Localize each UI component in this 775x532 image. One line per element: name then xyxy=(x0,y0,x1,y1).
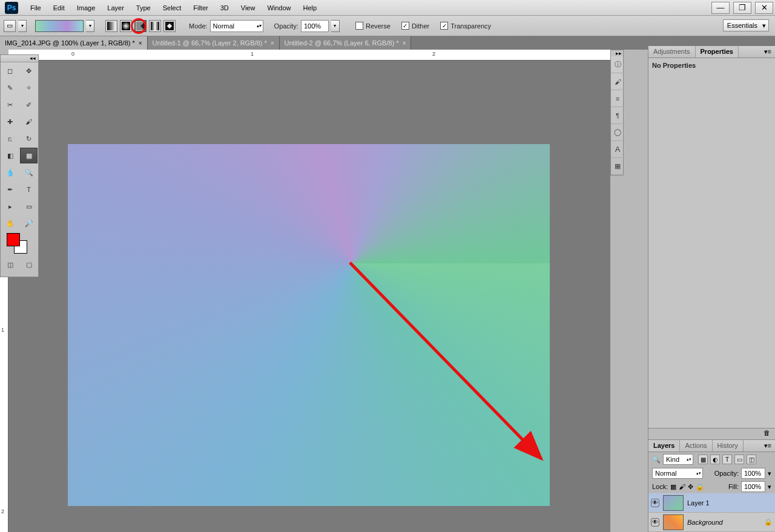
trash-icon[interactable]: 🗑 xyxy=(763,429,770,436)
menu-image[interactable]: Image xyxy=(71,0,102,16)
panel-menu-icon[interactable]: ▾≡ xyxy=(760,46,775,57)
path-select-tool-icon[interactable]: ▸ xyxy=(1,199,19,214)
move-tool-icon[interactable]: ✥ xyxy=(20,63,38,79)
pen-tool-icon[interactable]: ✒ xyxy=(1,182,19,197)
gradient-tool-icon[interactable]: ▦ xyxy=(20,148,38,163)
foreground-color-swatch[interactable] xyxy=(7,233,20,246)
history-brush-tool-icon[interactable]: ↻ xyxy=(20,131,38,146)
close-button[interactable]: ✕ xyxy=(755,2,773,14)
canvas-area[interactable] xyxy=(8,61,610,532)
actions-tab[interactable]: Actions xyxy=(680,440,712,452)
lock-paint-icon[interactable]: 🖌 xyxy=(679,483,685,490)
paragraph-panel-icon[interactable]: ¶ xyxy=(611,107,624,124)
gradient-radial-icon[interactable] xyxy=(120,20,132,32)
layers-tab[interactable]: Layers xyxy=(648,440,680,452)
brush-tool-icon[interactable]: 🖌 xyxy=(20,114,38,130)
opacity-dropdown-icon[interactable]: ▾ xyxy=(768,470,771,478)
menu-help[interactable]: Help xyxy=(297,0,323,16)
blur-tool-icon[interactable]: 💧 xyxy=(1,165,19,180)
magic-wand-tool-icon[interactable]: ✧ xyxy=(20,80,38,96)
properties-tab[interactable]: Properties xyxy=(696,46,739,57)
styles-panel-icon[interactable]: ▦ xyxy=(611,158,624,175)
document-tab[interactable]: IMG_2014.JPG @ 100% (Layer 1, RGB/8) *× xyxy=(0,36,148,50)
workspace-select[interactable]: Essentials▾ xyxy=(723,19,769,31)
stamp-tool-icon[interactable]: ⎌ xyxy=(1,131,19,146)
lock-trans-icon[interactable]: ▩ xyxy=(670,483,676,491)
layer-name[interactable]: Layer 1 xyxy=(687,499,710,507)
gradient-reflected-icon[interactable] xyxy=(149,20,161,32)
tool-preset-dropdown[interactable]: ▾ xyxy=(18,20,27,32)
visibility-icon[interactable]: 👁 xyxy=(651,499,659,507)
lock-all-icon[interactable]: 🔒 xyxy=(696,483,704,491)
zoom-tool-icon[interactable]: 🔎 xyxy=(20,215,38,231)
screenmode-icon[interactable]: ▢ xyxy=(20,257,38,272)
minimize-button[interactable]: — xyxy=(711,2,730,14)
filter-type-icon[interactable]: T xyxy=(722,455,732,464)
brush-presets-icon[interactable]: ≡ xyxy=(611,90,624,107)
filter-smart-icon[interactable]: ◫ xyxy=(747,455,756,464)
transparency-checkbox[interactable]: ✓ xyxy=(440,22,448,30)
hand-tool-icon[interactable]: ✋ xyxy=(1,215,19,231)
visibility-icon[interactable]: 👁 xyxy=(651,518,659,527)
menu-view[interactable]: View xyxy=(235,0,262,16)
filter-adjust-icon[interactable]: ◐ xyxy=(710,455,720,464)
menu-select[interactable]: Select xyxy=(157,0,188,16)
lock-move-icon[interactable]: ✥ xyxy=(688,483,693,491)
gradient-dropdown[interactable]: ▾ xyxy=(86,20,94,32)
eyedropper-tool-icon[interactable]: ✐ xyxy=(20,97,38,113)
reverse-checkbox[interactable] xyxy=(355,22,363,30)
filter-shape-icon[interactable]: ▭ xyxy=(734,455,744,464)
filter-kind-select[interactable]: Kind▴▾ xyxy=(663,454,693,465)
menu-layer[interactable]: Layer xyxy=(101,0,130,16)
menu-edit[interactable]: Edit xyxy=(47,0,71,16)
shape-tool-icon[interactable]: ▭ xyxy=(20,199,38,214)
panel-menu-icon[interactable]: ▾≡ xyxy=(760,440,775,452)
tool-preset-icon[interactable]: ▭ xyxy=(4,20,16,32)
healing-tool-icon[interactable]: ✚ xyxy=(1,114,19,130)
lasso-tool-icon[interactable]: ✎ xyxy=(1,80,19,96)
character-panel-icon[interactable]: A xyxy=(611,141,624,158)
document-tab[interactable]: Untitled-2 @ 66,7% (Layer 6, RGB/8) *× xyxy=(280,36,412,50)
blend-mode-select[interactable]: Normal▴▾ xyxy=(652,468,703,479)
fill-input[interactable]: 100% xyxy=(741,481,765,492)
layer-row[interactable]: 👁 Background 🔒 xyxy=(648,513,775,532)
layer-thumbnail[interactable] xyxy=(663,514,684,530)
history-tab[interactable]: History xyxy=(713,440,744,452)
adjustments-tab[interactable]: Adjustments xyxy=(648,46,696,57)
menu-window[interactable]: Window xyxy=(261,0,297,16)
close-icon[interactable]: × xyxy=(403,40,406,47)
canvas[interactable] xyxy=(68,144,550,506)
layer-thumbnail[interactable] xyxy=(663,495,684,511)
menu-file[interactable]: File xyxy=(24,0,47,16)
layer-name[interactable]: Background xyxy=(687,519,723,526)
type-tool-icon[interactable]: T xyxy=(20,182,38,197)
layer-row[interactable]: 👁 Layer 1 xyxy=(648,493,775,513)
maximize-button[interactable]: ❐ xyxy=(733,2,751,14)
layer-opacity-input[interactable]: 100% xyxy=(741,468,765,479)
info-panel-icon[interactable]: ⓘ xyxy=(611,56,624,73)
opacity-dropdown[interactable]: ▾ xyxy=(331,20,340,32)
opacity-input[interactable]: 100% xyxy=(301,20,329,32)
gradient-preview[interactable] xyxy=(35,20,84,32)
mode-select[interactable]: Normal▴▾ xyxy=(210,20,263,32)
menu-filter[interactable]: Filter xyxy=(187,0,214,16)
strip-expand-icon[interactable]: ▸▸ xyxy=(611,50,623,56)
dither-checkbox[interactable]: ✓ xyxy=(401,22,409,30)
3d-panel-icon[interactable]: ◯ xyxy=(611,124,624,141)
filter-pixel-icon[interactable]: ▦ xyxy=(698,455,708,464)
dodge-tool-icon[interactable]: 🔍 xyxy=(20,165,38,180)
menu-type[interactable]: Type xyxy=(130,0,157,16)
eraser-tool-icon[interactable]: ◧ xyxy=(1,148,19,163)
document-tab[interactable]: Untitled-1 @ 66,7% (Layer 2, RGB/8) *× xyxy=(148,36,280,50)
gradient-diamond-icon[interactable] xyxy=(163,20,176,32)
fill-dropdown-icon[interactable]: ▾ xyxy=(768,483,771,491)
quickmask-icon[interactable]: ◫ xyxy=(1,257,19,272)
menu-3d[interactable]: 3D xyxy=(214,0,235,16)
toolbox-collapse-icon[interactable]: ◂◂ xyxy=(1,55,38,62)
gradient-angular-icon[interactable] xyxy=(134,20,147,32)
gradient-linear-icon[interactable] xyxy=(105,20,117,32)
marquee-tool-icon[interactable]: ◻ xyxy=(1,63,19,79)
crop-tool-icon[interactable]: ✂ xyxy=(1,97,19,113)
close-icon[interactable]: × xyxy=(271,40,274,47)
brush-panel-icon[interactable]: 🖌 xyxy=(611,73,624,90)
